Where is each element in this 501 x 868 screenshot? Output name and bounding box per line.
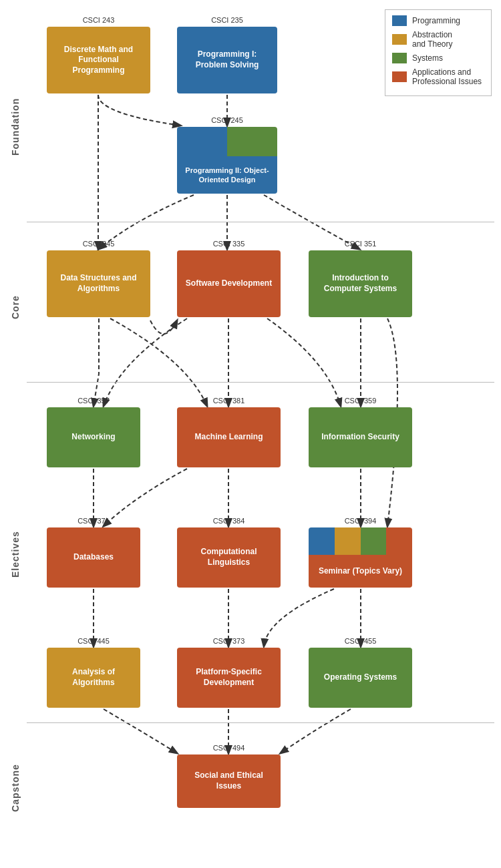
course-csci371[interactable]: Databases	[47, 527, 140, 588]
course-csci345[interactable]: Data Structures and Algorithms	[47, 250, 150, 317]
legend-color-systems	[392, 53, 407, 63]
course-csci351-name: Introduction to Computer Systems	[314, 273, 407, 294]
legend-color-programming	[392, 15, 407, 26]
divider-foundation-core	[27, 222, 494, 222]
legend: Programming Abstractionand Theory System…	[385, 9, 492, 96]
csci394-seg-gold	[335, 527, 361, 555]
legend-item-applications: Applications andProfessional Issues	[392, 67, 484, 86]
code-csci235: CSCI 235	[177, 16, 277, 24]
course-csci345-name: Data Structures and Algorithms	[52, 273, 145, 294]
course-csci357[interactable]: Networking	[47, 407, 140, 467]
course-csci235-name: Programming I: Problem Solving	[182, 49, 272, 70]
course-csci384[interactable]: Computational Linguistics	[177, 527, 281, 588]
course-csci335-name: Software Development	[186, 278, 272, 289]
code-csci335: CSCI 335	[177, 240, 281, 248]
code-csci381: CSCI 381	[177, 397, 281, 405]
csci245-blue	[177, 127, 227, 156]
course-csci235[interactable]: Programming I: Problem Solving	[177, 27, 277, 93]
csci394-seg-green	[361, 527, 387, 555]
legend-label-programming: Programming	[412, 16, 460, 25]
section-foundation: Foundation	[3, 40, 28, 214]
course-csci373-name: Platform-Specific Development	[182, 667, 275, 688]
divider-electives-capstone	[27, 722, 494, 723]
csci245-label: Programming II: Object-Oriented Design	[177, 156, 277, 194]
course-csci243[interactable]: Discrete Math and Functional Programming	[47, 27, 150, 93]
legend-item-abstraction: Abstractionand Theory	[392, 30, 484, 49]
legend-color-abstraction	[392, 34, 407, 45]
code-csci357: CSCI 357	[47, 397, 140, 405]
code-csci394: CSCI 394	[309, 517, 412, 525]
csci394-color-bar	[309, 527, 412, 555]
code-csci245: CSCI 245	[177, 116, 277, 124]
code-csci445: CSCI 445	[47, 637, 140, 645]
course-csci384-name: Computational Linguistics	[182, 547, 275, 568]
course-csci381[interactable]: Machine Learning	[177, 407, 281, 467]
course-csci455[interactable]: Operating Systems	[309, 648, 412, 708]
course-csci373[interactable]: Platform-Specific Development	[177, 648, 281, 708]
course-csci455-name: Operating Systems	[324, 672, 397, 683]
section-core: Core	[3, 240, 28, 374]
course-csci445[interactable]: Analysis of Algorithms	[47, 648, 140, 708]
legend-label-applications: Applications andProfessional Issues	[412, 67, 482, 86]
divider-core-electives	[27, 382, 494, 383]
legend-item-systems: Systems	[392, 53, 484, 63]
section-capstone: Capstone	[3, 734, 28, 841]
code-csci351: CSCI 351	[309, 240, 412, 248]
course-csci359[interactable]: Information Security	[309, 407, 412, 467]
course-csci494-name: Social and Ethical Issues	[182, 771, 275, 791]
code-csci384: CSCI 384	[177, 517, 281, 525]
code-csci494: CSCI 494	[177, 744, 281, 752]
section-electives: Electives	[3, 394, 28, 714]
csci394-seg-blue	[309, 527, 335, 555]
course-csci445-name: Analysis of Algorithms	[52, 667, 135, 688]
legend-label-systems: Systems	[412, 53, 443, 63]
course-csci335[interactable]: Software Development	[177, 250, 281, 317]
code-csci345: CSCI 345	[47, 240, 150, 248]
course-csci381-name: Machine Learning	[194, 432, 263, 443]
course-csci394[interactable]: Seminar (Topics Vary)	[309, 527, 412, 588]
course-csci494[interactable]: Social and Ethical Issues	[177, 754, 281, 808]
code-csci373: CSCI 373	[177, 637, 281, 645]
csci394-seg-orange	[386, 527, 412, 555]
code-csci359: CSCI 359	[309, 397, 412, 405]
code-csci371: CSCI 371	[47, 517, 140, 525]
csci245-green	[227, 127, 277, 156]
legend-label-abstraction: Abstractionand Theory	[412, 30, 453, 49]
course-csci245[interactable]: Programming II: Object-Oriented Design	[177, 127, 277, 194]
code-csci455: CSCI 455	[309, 637, 412, 645]
course-csci351[interactable]: Introduction to Computer Systems	[309, 250, 412, 317]
csci245-top	[177, 127, 277, 156]
legend-color-applications	[392, 71, 407, 82]
csci394-label: Seminar (Topics Vary)	[309, 555, 412, 588]
legend-item-programming: Programming	[392, 15, 484, 26]
code-csci243: CSCI 243	[47, 16, 150, 24]
page-wrapper: .dashed { stroke: #333; stroke-width: 2;…	[0, 0, 501, 868]
course-csci243-name: Discrete Math and Functional Programming	[52, 45, 145, 76]
course-csci357-name: Networking	[71, 432, 115, 443]
course-csci371-name: Databases	[73, 552, 114, 563]
course-csci359-name: Information Security	[321, 432, 399, 443]
